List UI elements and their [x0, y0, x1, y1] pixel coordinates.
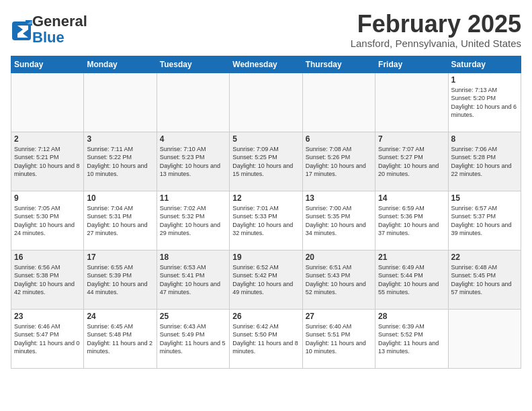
day-number: 11 — [160, 193, 226, 203]
day-number: 28 — [378, 312, 445, 321]
day-info: Sunrise: 7:00 AM Sunset: 5:35 PM Dayligh… — [306, 204, 372, 238]
day-number: 15 — [451, 193, 518, 203]
day-number: 8 — [451, 134, 518, 144]
weekday-header-monday: Monday — [84, 56, 157, 73]
day-info: Sunrise: 7:09 AM Sunset: 5:25 PM Dayligh… — [232, 145, 299, 179]
day-info: Sunrise: 7:13 AM Sunset: 5:20 PM Dayligh… — [451, 86, 518, 120]
day-info: Sunrise: 6:55 AM Sunset: 5:39 PM Dayligh… — [87, 263, 153, 297]
calendar-cell: 25Sunrise: 6:43 AM Sunset: 5:49 PM Dayli… — [157, 309, 229, 368]
logo-text-blue: Blue — [32, 29, 64, 46]
day-number: 24 — [87, 312, 153, 321]
day-info: Sunrise: 7:06 AM Sunset: 5:28 PM Dayligh… — [451, 145, 518, 179]
day-number: 17 — [87, 253, 153, 262]
calendar-cell: 17Sunrise: 6:55 AM Sunset: 5:39 PM Dayli… — [84, 250, 157, 309]
calendar-cell: 19Sunrise: 6:52 AM Sunset: 5:42 PM Dayli… — [230, 250, 302, 309]
calendar-cell: 4Sunrise: 7:10 AM Sunset: 5:23 PM Daylig… — [157, 132, 229, 191]
week-row-4: 16Sunrise: 6:56 AM Sunset: 5:38 PM Dayli… — [11, 250, 521, 309]
calendar-cell: 10Sunrise: 7:04 AM Sunset: 5:31 PM Dayli… — [84, 191, 157, 250]
weekday-header-sunday: Sunday — [11, 56, 84, 73]
day-number: 12 — [232, 193, 299, 203]
calendar-cell: 11Sunrise: 7:02 AM Sunset: 5:32 PM Dayli… — [157, 191, 229, 250]
day-info: Sunrise: 6:43 AM Sunset: 5:49 PM Dayligh… — [160, 322, 226, 356]
weekday-header-wednesday: Wednesday — [230, 56, 302, 73]
logo-text-general: General — [32, 13, 87, 30]
calendar-cell — [302, 73, 375, 132]
day-info: Sunrise: 7:02 AM Sunset: 5:32 PM Dayligh… — [160, 204, 226, 238]
page-header: General Blue February 2025 Lansford, Pen… — [11, 11, 521, 49]
calendar-cell — [11, 73, 84, 132]
day-info: Sunrise: 7:08 AM Sunset: 5:26 PM Dayligh… — [306, 145, 372, 179]
calendar-table: SundayMondayTuesdayWednesdayThursdayFrid… — [11, 56, 521, 369]
location-subtitle: Lansford, Pennsylvania, United States — [351, 38, 521, 49]
calendar-cell: 21Sunrise: 6:49 AM Sunset: 5:44 PM Dayli… — [375, 250, 448, 309]
day-number: 9 — [14, 193, 81, 203]
calendar-cell: 16Sunrise: 6:56 AM Sunset: 5:38 PM Dayli… — [11, 250, 84, 309]
month-title: February 2025 — [351, 11, 521, 38]
day-number: 10 — [87, 193, 153, 203]
day-info: Sunrise: 7:04 AM Sunset: 5:31 PM Dayligh… — [87, 204, 153, 238]
calendar-cell: 14Sunrise: 6:59 AM Sunset: 5:36 PM Dayli… — [375, 191, 448, 250]
calendar-cell — [157, 73, 229, 132]
day-info: Sunrise: 6:52 AM Sunset: 5:42 PM Dayligh… — [232, 263, 299, 297]
day-info: Sunrise: 6:51 AM Sunset: 5:43 PM Dayligh… — [306, 263, 372, 297]
day-info: Sunrise: 7:07 AM Sunset: 5:27 PM Dayligh… — [378, 145, 445, 179]
week-row-5: 23Sunrise: 6:46 AM Sunset: 5:47 PM Dayli… — [11, 309, 521, 368]
weekday-header-tuesday: Tuesday — [157, 56, 229, 73]
calendar-cell — [375, 73, 448, 132]
day-number: 21 — [378, 253, 445, 262]
day-number: 7 — [378, 134, 445, 144]
calendar-cell: 5Sunrise: 7:09 AM Sunset: 5:25 PM Daylig… — [230, 132, 302, 191]
calendar-cell: 9Sunrise: 7:05 AM Sunset: 5:30 PM Daylig… — [11, 191, 84, 250]
day-number: 4 — [160, 134, 226, 144]
day-number: 27 — [306, 312, 372, 321]
day-number: 25 — [160, 312, 226, 321]
day-info: Sunrise: 6:40 AM Sunset: 5:51 PM Dayligh… — [306, 322, 372, 356]
weekday-header-friday: Friday — [375, 56, 448, 73]
day-info: Sunrise: 6:56 AM Sunset: 5:38 PM Dayligh… — [14, 263, 81, 297]
calendar-cell: 18Sunrise: 6:53 AM Sunset: 5:41 PM Dayli… — [157, 250, 229, 309]
day-info: Sunrise: 6:48 AM Sunset: 5:45 PM Dayligh… — [451, 263, 518, 297]
day-info: Sunrise: 6:46 AM Sunset: 5:47 PM Dayligh… — [14, 322, 81, 356]
day-info: Sunrise: 6:42 AM Sunset: 5:50 PM Dayligh… — [232, 322, 299, 356]
calendar-cell — [84, 73, 157, 132]
week-row-1: 1Sunrise: 7:13 AM Sunset: 5:20 PM Daylig… — [11, 73, 521, 132]
calendar-cell: 28Sunrise: 6:39 AM Sunset: 5:52 PM Dayli… — [375, 309, 448, 368]
calendar-cell: 7Sunrise: 7:07 AM Sunset: 5:27 PM Daylig… — [375, 132, 448, 191]
day-info: Sunrise: 7:11 AM Sunset: 5:22 PM Dayligh… — [87, 145, 153, 179]
calendar-cell: 27Sunrise: 6:40 AM Sunset: 5:51 PM Dayli… — [302, 309, 375, 368]
weekday-header-thursday: Thursday — [302, 56, 375, 73]
day-number: 14 — [378, 193, 445, 203]
day-number: 26 — [232, 312, 299, 321]
calendar-cell: 22Sunrise: 6:48 AM Sunset: 5:45 PM Dayli… — [448, 250, 521, 309]
day-info: Sunrise: 6:45 AM Sunset: 5:48 PM Dayligh… — [87, 322, 153, 356]
day-info: Sunrise: 6:57 AM Sunset: 5:37 PM Dayligh… — [451, 204, 518, 238]
day-number: 5 — [232, 134, 299, 144]
week-row-2: 2Sunrise: 7:12 AM Sunset: 5:21 PM Daylig… — [11, 132, 521, 191]
calendar-cell: 26Sunrise: 6:42 AM Sunset: 5:50 PM Dayli… — [230, 309, 302, 368]
calendar-cell: 23Sunrise: 6:46 AM Sunset: 5:47 PM Dayli… — [11, 309, 84, 368]
calendar-cell: 12Sunrise: 7:01 AM Sunset: 5:33 PM Dayli… — [230, 191, 302, 250]
day-number: 3 — [87, 134, 153, 144]
week-row-3: 9Sunrise: 7:05 AM Sunset: 5:30 PM Daylig… — [11, 191, 521, 250]
day-info: Sunrise: 6:39 AM Sunset: 5:52 PM Dayligh… — [378, 322, 445, 356]
calendar-cell: 15Sunrise: 6:57 AM Sunset: 5:37 PM Dayli… — [448, 191, 521, 250]
day-number: 2 — [14, 134, 81, 144]
calendar-cell — [230, 73, 302, 132]
calendar-cell: 20Sunrise: 6:51 AM Sunset: 5:43 PM Dayli… — [302, 250, 375, 309]
logo: General Blue — [11, 13, 87, 46]
day-number: 18 — [160, 253, 226, 262]
calendar-cell: 1Sunrise: 7:13 AM Sunset: 5:20 PM Daylig… — [448, 73, 521, 132]
day-number: 22 — [451, 253, 518, 262]
day-number: 6 — [306, 134, 372, 144]
day-number: 19 — [232, 253, 299, 262]
day-number: 16 — [14, 253, 81, 262]
day-info: Sunrise: 6:49 AM Sunset: 5:44 PM Dayligh… — [378, 263, 445, 297]
calendar-cell: 3Sunrise: 7:11 AM Sunset: 5:22 PM Daylig… — [84, 132, 157, 191]
day-number: 23 — [14, 312, 81, 321]
day-info: Sunrise: 7:05 AM Sunset: 5:30 PM Dayligh… — [14, 204, 81, 238]
calendar-cell: 8Sunrise: 7:06 AM Sunset: 5:28 PM Daylig… — [448, 132, 521, 191]
calendar-cell: 2Sunrise: 7:12 AM Sunset: 5:21 PM Daylig… — [11, 132, 84, 191]
weekday-header-row: SundayMondayTuesdayWednesdayThursdayFrid… — [11, 56, 521, 73]
calendar-cell — [448, 309, 521, 368]
day-info: Sunrise: 6:53 AM Sunset: 5:41 PM Dayligh… — [160, 263, 226, 297]
